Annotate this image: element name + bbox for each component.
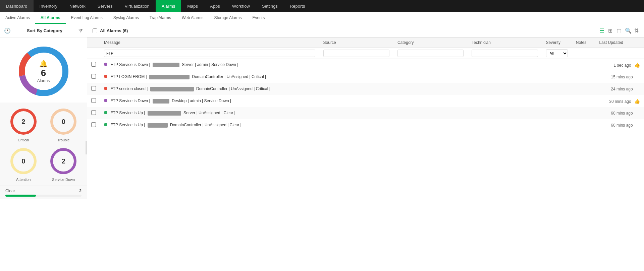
filter-category-col[interactable] — [393, 48, 468, 59]
row-checkbox[interactable] — [87, 83, 100, 95]
severity-dot-green — [104, 123, 107, 126]
sort-icon[interactable]: ⇅ — [634, 27, 639, 34]
filter-row: All — [87, 48, 644, 59]
all-alarms-title: All Alarms (6) — [100, 28, 128, 33]
service-down-count: 2 — [62, 157, 65, 165]
subnav-events[interactable]: Events — [247, 12, 270, 24]
redacted-block — [153, 63, 179, 67]
sidebar-sort-title: Sort By Category — [27, 28, 62, 33]
redacted-block — [153, 99, 169, 104]
row-time: 15 mins ago — [595, 71, 644, 83]
alarm-row: FTP Service is Up | Server | UnAssigned … — [87, 107, 644, 119]
top-nav: Dashboard Inventory Network Servers Virt… — [0, 0, 644, 12]
row-meta-text: DomainController | UnAssigned | Clear | — [170, 123, 241, 127]
subnav-storage[interactable]: Storage Alarms — [209, 12, 247, 24]
row-checkbox[interactable] — [87, 119, 100, 131]
row-time: 60 mins ago — [595, 107, 644, 119]
filter-icon[interactable]: ⧩ — [78, 28, 83, 34]
grid-view-icon[interactable]: ⊞ — [607, 27, 613, 35]
th-notes: Notes — [572, 38, 595, 48]
row-meta-text: Desktop | admin | Service Down | — [172, 98, 231, 103]
table-header-row: Message Source Category Technician Sever… — [87, 38, 644, 48]
main-layout: 🕐 Sort By Category ⧩ — [0, 24, 644, 271]
nav-dashboard[interactable]: Dashboard — [0, 0, 34, 12]
nav-reports[interactable]: Reports — [284, 0, 311, 12]
row-category — [393, 107, 468, 119]
nav-alarms[interactable]: Alarms — [156, 0, 181, 12]
row-message-text: FTP session closed | — [110, 86, 148, 91]
thumbs-up-icon[interactable]: 👍 — [634, 62, 640, 68]
filter-source-input[interactable] — [323, 50, 389, 57]
sidebar-header: 🕐 Sort By Category ⧩ — [0, 24, 87, 38]
th-source: Source — [319, 38, 393, 48]
row-message-text: FTP LOGIN FROM | — [110, 74, 147, 79]
filter-severity-select[interactable]: All — [546, 49, 568, 57]
nav-workflow[interactable]: Workflow — [226, 0, 256, 12]
row-source — [319, 83, 393, 95]
row-meta-text: Server | admin | Service Down | — [182, 62, 238, 67]
nav-maps[interactable]: Maps — [181, 0, 204, 12]
filter-severity-col[interactable]: All — [542, 48, 572, 59]
row-technician — [468, 59, 542, 71]
subnav-syslog[interactable]: Syslog Alarms — [108, 12, 144, 24]
nav-virtualization[interactable]: Virtualization — [119, 0, 156, 12]
row-meta-text: Server | UnAssigned | Clear | — [183, 111, 235, 115]
row-category — [393, 95, 468, 107]
row-message: FTP Service is Up | DomainController | U… — [100, 119, 319, 131]
nav-settings[interactable]: Settings — [256, 0, 284, 12]
time-text: 24 mins ago — [611, 87, 633, 91]
redacted-block — [148, 111, 181, 116]
row-severity — [542, 59, 572, 71]
clear-label: Clear — [5, 189, 15, 193]
subnav-trap[interactable]: Trap Alarms — [144, 12, 176, 24]
subnav-event-log[interactable]: Event Log Alarms — [66, 12, 108, 24]
sidebar: 🕐 Sort By Category ⧩ — [0, 24, 87, 271]
row-checkbox[interactable] — [87, 59, 100, 71]
attention-label: Attention — [16, 178, 31, 182]
filter-message-input[interactable] — [104, 50, 315, 57]
subnav-web[interactable]: Web Alarms — [176, 12, 209, 24]
collapse-handle[interactable]: ‹ — [86, 141, 87, 154]
filter-source-col[interactable] — [319, 48, 393, 59]
row-message-text: FTP Service is Up | — [110, 123, 145, 127]
clear-bar-background — [5, 195, 82, 197]
thumbs-up-icon[interactable]: 👍 — [634, 98, 640, 104]
filter-technician-col[interactable] — [468, 48, 542, 59]
toolbar: All Alarms (6) ☰ ⊞ ◫ 🔍 ⇅ — [87, 24, 644, 38]
row-source — [319, 107, 393, 119]
subnav-all-alarms[interactable]: All Alarms — [35, 12, 66, 24]
nav-inventory[interactable]: Inventory — [34, 0, 63, 12]
sub-nav: Active Alarms All Alarms Event Log Alarm… — [0, 12, 644, 24]
filter-message-col[interactable] — [100, 48, 319, 59]
nav-servers[interactable]: Servers — [92, 0, 119, 12]
row-message-text: FTP Service is Up | — [110, 111, 145, 115]
toolbar-left: All Alarms (6) — [93, 28, 128, 33]
color-view-icon[interactable]: ◫ — [616, 27, 622, 35]
row-technician — [468, 95, 542, 107]
row-time: 60 mins ago — [595, 119, 644, 131]
nav-apps[interactable]: Apps — [204, 0, 226, 12]
trouble-count: 0 — [62, 118, 65, 126]
nav-network[interactable]: Network — [63, 0, 92, 12]
row-checkbox[interactable] — [87, 95, 100, 107]
row-checkbox[interactable] — [87, 107, 100, 119]
redacted-block — [148, 123, 168, 128]
search-icon[interactable]: 🔍 — [625, 27, 632, 34]
subnav-active-alarms[interactable]: Active Alarms — [0, 12, 35, 24]
row-checkbox[interactable] — [87, 71, 100, 83]
time-text: 60 mins ago — [611, 123, 633, 128]
row-time: 1 sec ago 👍 — [595, 59, 644, 71]
alarm-row: FTP Service is Up | DomainController | U… — [87, 119, 644, 131]
filter-category-input[interactable] — [397, 50, 464, 57]
filter-technician-input[interactable] — [472, 50, 538, 57]
trouble-circle-item: 0 Trouble — [46, 107, 82, 142]
row-severity — [542, 83, 572, 95]
row-notes — [572, 83, 595, 95]
th-checkbox — [87, 38, 100, 48]
severity-dot-red — [104, 87, 107, 90]
row-technician — [468, 119, 542, 131]
select-all-checkbox[interactable] — [93, 28, 97, 33]
list-view-icon[interactable]: ☰ — [599, 27, 605, 35]
row-message: FTP Service is Up | Server | UnAssigned … — [100, 107, 319, 119]
row-source — [319, 95, 393, 107]
